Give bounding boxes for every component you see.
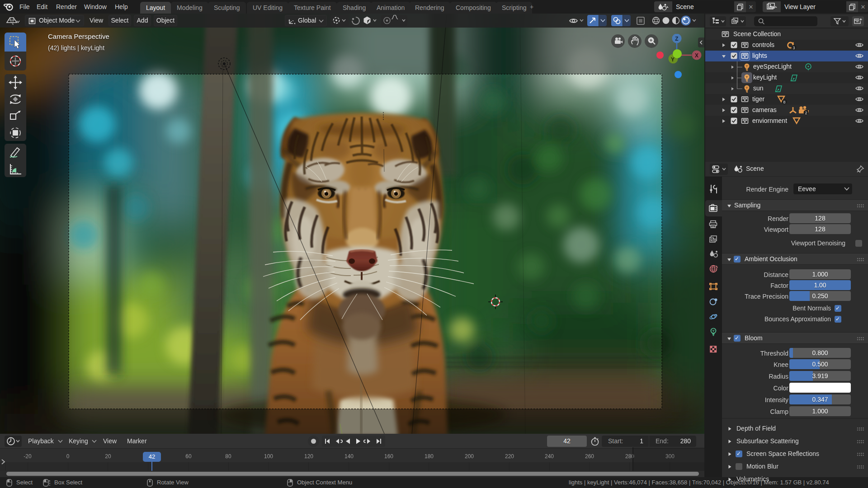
svg-text:3: 3 [793,46,795,50]
svg-text:8: 8 [783,100,785,104]
svg-text:Y: Y [671,56,675,63]
svg-text:X: X [695,52,698,59]
svg-text:2: 2 [805,111,807,115]
svg-text:Z: Z [675,36,678,42]
